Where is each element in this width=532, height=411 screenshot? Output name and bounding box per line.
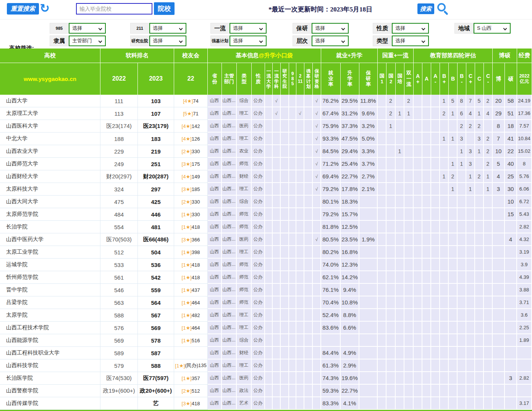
filter-yiliu-select-value: 选择	[233, 25, 243, 32]
cell-first-class-subject-flag	[273, 359, 281, 372]
cell-doctor-count: 4	[493, 170, 505, 183]
cell-eval-a-plus	[414, 271, 422, 284]
filter-cengci-select[interactable]: 选择	[312, 36, 349, 46]
cell-xiaoyouhui-rank: [1★]398	[174, 246, 208, 259]
cell-qiangji-plan-flag	[304, 334, 313, 347]
search-button[interactable]: 搜索	[417, 3, 434, 14]
cell-graduate-school-flag	[281, 322, 289, 334]
subheader-national-key-2-label: 国2	[388, 73, 394, 85]
cell-eval-c: 5	[475, 95, 484, 107]
cell-graduate-school-flag	[281, 95, 289, 107]
subheader-eval-c-plus: C+	[466, 63, 475, 95]
cell-graduate-school-flag	[281, 334, 289, 347]
cell-fund-2022: 15.02	[517, 145, 532, 158]
cell-ruanke-rank-2022: 医70(503)	[100, 233, 138, 246]
university-name: 太原师范学院	[0, 208, 100, 221]
cell-ownership: 公办	[252, 196, 265, 208]
cell-eval-a	[422, 95, 431, 107]
cell-further-study-rate: 22.7%	[341, 170, 359, 183]
magnifier-icon[interactable]	[437, 3, 446, 11]
filter-lishu-select[interactable]: 主管部门	[69, 36, 106, 46]
cell-xiaoyouhui-rank: [1★]418	[174, 259, 208, 271]
cell-master-count: 18	[505, 120, 517, 133]
cell-first-class-university-flag	[265, 359, 273, 372]
cell-category: 师范	[237, 296, 252, 309]
cell-985-flag	[289, 120, 296, 133]
cell-eval-a-minus	[431, 208, 440, 221]
cell-211-flag	[296, 271, 304, 284]
cell-qiangji-plan-flag	[304, 120, 313, 133]
cell-double-first-class-count	[404, 170, 414, 183]
cell-first-class-subject-flag	[273, 347, 281, 359]
star-rating: [1★]	[182, 275, 192, 280]
school-search-input[interactable]	[76, 3, 152, 15]
cell-eval-a-minus	[431, 259, 440, 271]
cell-employment-rate: 80.5%	[321, 233, 341, 246]
cell-fund-2022: 4.39	[517, 271, 532, 284]
filter-baoyan-select[interactable]: 选择	[312, 23, 349, 34]
cell-985-flag	[289, 296, 296, 309]
cell-ruanke-rank-2022: 229	[100, 145, 138, 158]
cell-eval-c-plus	[466, 284, 475, 296]
cell-authority: 山西...	[222, 95, 237, 107]
cell-first-class-university-flag	[265, 296, 273, 309]
filter-985-select[interactable]: 选择	[69, 23, 106, 34]
cell-national-key-1	[378, 95, 386, 107]
yuanxiao-button[interactable]: 院校	[154, 2, 175, 15]
cell-xiaoyouhui-rank: [2★]330	[174, 145, 208, 158]
subheader-eval-c: C	[475, 63, 484, 95]
cell-985-flag	[289, 145, 296, 158]
university-name: 山西农业大学	[0, 145, 100, 158]
cell-national-key-2	[386, 322, 396, 334]
cell-further-study-rate: 31.2%	[341, 107, 359, 120]
cell-national-key-cultivate	[396, 183, 404, 196]
filter-211-select[interactable]: 选择	[149, 23, 186, 34]
cell-qiangji-plan-flag	[304, 284, 313, 296]
cell-baoyan-rate	[359, 372, 378, 385]
filter-qiangjijihua-select[interactable]: 选择	[230, 36, 267, 46]
cell-qiangji-plan-flag	[304, 170, 313, 183]
header-group-basic-info-label: 基本信息	[236, 52, 259, 59]
cell-fund-2022	[517, 347, 532, 359]
cell-eval-a	[422, 259, 431, 271]
cell-further-study-rate: 29.5%	[341, 95, 359, 107]
cell-first-class-subject-flag	[273, 145, 281, 158]
cell-eval-c-minus	[484, 233, 493, 246]
reset-search-button[interactable]: 重置搜索	[7, 3, 39, 15]
cell-further-study-rate: 23.5%	[341, 233, 359, 246]
filter-leixing-select[interactable]: 选择	[392, 36, 429, 46]
filter-xingzhi-select-value: 选择	[395, 25, 405, 32]
cell-eval-c	[475, 271, 484, 284]
cell-eval-a-minus	[431, 233, 440, 246]
subheader-category: 类型	[237, 63, 252, 95]
cell-eval-c-plus	[466, 359, 475, 372]
cell-doctor-count: 29	[493, 107, 505, 120]
xiaoyouhui-rank-number: 464	[192, 300, 200, 306]
cell-category: 理工	[237, 309, 252, 322]
cell-eval-b-minus	[458, 359, 466, 372]
university-name: 忻州师范学院	[0, 271, 100, 284]
refresh-icon[interactable]: ↻	[40, 1, 50, 15]
filter-xingzhi-select[interactable]: 选择	[392, 23, 429, 34]
cell-eval-c-minus: 1	[484, 183, 493, 196]
cell-ruanke-rank-2022: 医23(174)	[100, 120, 138, 133]
cell-baoyan-qualification-flag	[313, 385, 321, 397]
filter-yanjiushengyuan-select[interactable]: 选择	[149, 36, 186, 46]
filter-yiliu-select[interactable]: 选择	[230, 23, 267, 34]
header-group-bo-shuo: 博硕	[493, 49, 517, 63]
cell-eval-a-plus	[414, 322, 422, 334]
cell-eval-c-minus	[484, 221, 493, 233]
cell-ownership: 公办	[252, 347, 265, 359]
filter-diyu-select[interactable]: S 山西	[474, 23, 511, 34]
cell-fund-2022: 6.06	[517, 183, 532, 196]
cell-eval-b-plus	[440, 309, 449, 322]
cell-211-flag	[296, 208, 304, 221]
cell-eval-b-plus	[440, 183, 449, 196]
subheader-national-key-1-label: 国1	[379, 73, 385, 85]
cell-double-first-class-count: 1	[404, 107, 414, 120]
cell-fund-2022: 10.84	[517, 133, 532, 145]
cell-fund-2022: 24.19	[517, 95, 532, 107]
cell-eval-a	[422, 158, 431, 170]
cell-further-study-rate: 2.9%	[341, 359, 359, 372]
subheader-985-flag: 985	[289, 63, 296, 95]
